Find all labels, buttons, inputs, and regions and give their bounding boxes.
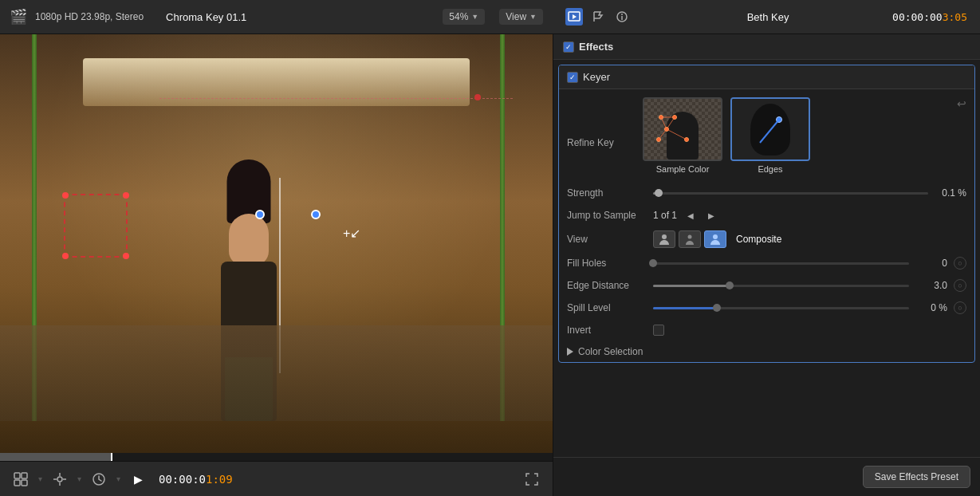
sample-color-thumb[interactable] bbox=[643, 97, 722, 161]
view-control[interactable]: View ▼ bbox=[499, 9, 543, 25]
view-composite-label: Composite bbox=[736, 234, 781, 245]
view-text: View bbox=[506, 11, 526, 22]
zoom-control[interactable]: 54% ▼ bbox=[443, 9, 485, 25]
strength-row: Strength 0.1 % bbox=[559, 182, 974, 204]
strength-value: 0.1 % bbox=[935, 187, 966, 199]
svg-point-20 bbox=[688, 235, 692, 239]
edge-distance-fill bbox=[653, 285, 730, 287]
sample-color-container: Sample Color bbox=[643, 97, 722, 174]
strength-slider-track[interactable] bbox=[653, 192, 928, 195]
spill-level-label: Spill Level bbox=[567, 302, 647, 313]
effects-title: Effects bbox=[579, 41, 613, 53]
fill-holes-track[interactable] bbox=[653, 262, 909, 265]
color-selection-label: Color Selection bbox=[578, 346, 643, 357]
view-composite-button[interactable] bbox=[704, 230, 726, 248]
video-area: +↙ bbox=[0, 34, 553, 453]
fullscreen-button[interactable] bbox=[521, 468, 543, 490]
keyer-section: Keyer Refine Key bbox=[558, 65, 975, 363]
sample-selection-box[interactable] bbox=[64, 194, 128, 258]
color-selection-row[interactable]: Color Selection bbox=[559, 341, 974, 362]
fill-holes-reset[interactable]: ○ bbox=[954, 257, 966, 270]
edge-distance-thumb[interactable] bbox=[726, 281, 734, 289]
refine-key-label: Refine Key bbox=[567, 97, 635, 148]
zoom-text: 54% bbox=[449, 11, 468, 22]
person-name: Beth Key bbox=[643, 11, 892, 23]
flag-inspector-icon[interactable] bbox=[589, 8, 607, 26]
svg-line-16 bbox=[659, 129, 667, 140]
keyer-checkbox[interactable] bbox=[567, 72, 578, 83]
edge-distance-track[interactable] bbox=[653, 285, 909, 287]
invert-label: Invert bbox=[567, 325, 647, 336]
layout-button[interactable] bbox=[10, 468, 32, 490]
timecode: 00:00:003:05 bbox=[892, 11, 980, 23]
clip-name: Chroma Key 01.1 bbox=[166, 11, 246, 23]
clip-icon: 🎬 bbox=[10, 8, 27, 26]
red-dot-top bbox=[474, 94, 481, 100]
strength-label: Strength bbox=[567, 187, 647, 199]
edge-dot-right[interactable] bbox=[311, 210, 321, 219]
sample-dot-tl bbox=[62, 192, 69, 199]
edge-distance-reset[interactable]: ○ bbox=[954, 279, 966, 292]
ceiling-strip bbox=[83, 58, 470, 106]
jump-value: 1 of 1 bbox=[653, 210, 677, 221]
svg-rect-3 bbox=[14, 473, 20, 478]
spill-level-fill bbox=[653, 307, 717, 309]
strength-slider-area bbox=[653, 192, 928, 195]
jump-prev-button[interactable]: ◀ bbox=[683, 208, 698, 222]
fill-holes-label: Fill Holes bbox=[567, 258, 647, 269]
fill-holes-thumb[interactable] bbox=[649, 259, 657, 267]
edge-distance-slider-area bbox=[653, 285, 909, 287]
top-bar: 🎬 1080p HD 23.98p, Stereo Chroma Key 01.… bbox=[0, 0, 980, 34]
sample-color-label: Sample Color bbox=[656, 164, 710, 174]
view-chevron-icon: ▼ bbox=[529, 13, 537, 21]
refine-key-row: Refine Key bbox=[559, 89, 974, 182]
edges-thumb[interactable] bbox=[730, 97, 810, 161]
inspector-icons bbox=[553, 8, 643, 26]
save-effects-preset-button[interactable]: Save Effects Preset bbox=[863, 466, 970, 488]
effects-header: Effects bbox=[553, 34, 980, 60]
strength-thumb[interactable] bbox=[655, 189, 663, 197]
sample-dot-tr bbox=[123, 192, 129, 199]
edge-dot-left[interactable] bbox=[255, 210, 265, 219]
edge-distance-row: Edge Distance 3.0 ○ bbox=[559, 274, 974, 297]
speed-button[interactable] bbox=[88, 468, 110, 490]
play-button[interactable]: ▶ bbox=[127, 468, 149, 490]
svg-point-21 bbox=[713, 234, 718, 239]
ctrl-divider1: ▾ bbox=[38, 474, 42, 483]
video-panel: +↙ ▾ bbox=[0, 34, 553, 496]
fill-holes-value: 0 bbox=[915, 258, 947, 269]
main-content: +↙ ▾ bbox=[0, 34, 980, 496]
spill-level-reset[interactable]: ○ bbox=[954, 301, 966, 314]
video-controls: ▾ ▾ ▾ ▶ 00 bbox=[0, 461, 553, 496]
svg-line-18 bbox=[760, 120, 779, 143]
effects-checkbox[interactable] bbox=[563, 41, 574, 53]
svg-line-17 bbox=[667, 129, 687, 140]
spill-level-row: Spill Level 0 % ○ bbox=[559, 297, 974, 319]
jump-next-button[interactable]: ▶ bbox=[704, 208, 718, 222]
fill-holes-row: Fill Holes 0 ○ bbox=[559, 252, 974, 274]
info-inspector-icon[interactable] bbox=[613, 8, 631, 26]
spill-level-track[interactable] bbox=[653, 307, 909, 309]
svg-rect-4 bbox=[22, 473, 27, 478]
view-icons bbox=[653, 230, 726, 248]
refine-key-thumbnails: Sample Color bbox=[643, 97, 949, 174]
view-original-button[interactable] bbox=[653, 230, 675, 248]
timeline-played bbox=[0, 453, 111, 461]
playhead[interactable] bbox=[111, 453, 112, 461]
edges-label: Edges bbox=[758, 164, 782, 174]
timeline-scrubber[interactable] bbox=[0, 453, 553, 461]
transform-button[interactable] bbox=[49, 468, 71, 490]
color-selection-triangle bbox=[567, 348, 573, 356]
floor bbox=[0, 325, 553, 421]
svg-point-19 bbox=[662, 234, 667, 239]
top-bar-right: Beth Key 00:00:003:05 bbox=[553, 8, 980, 26]
video-inspector-icon[interactable] bbox=[565, 8, 583, 26]
reset-icon[interactable]: ↩ bbox=[957, 97, 966, 110]
invert-checkbox[interactable] bbox=[653, 325, 664, 336]
view-matte-button[interactable] bbox=[679, 230, 701, 248]
jump-to-sample-row: Jump to Sample 1 of 1 ◀ ▶ bbox=[559, 204, 974, 226]
spill-level-thumb[interactable] bbox=[713, 304, 721, 312]
svg-point-7 bbox=[57, 477, 62, 482]
sample-dot-bl bbox=[62, 253, 69, 259]
timecode-display: 00:00:01:09 bbox=[159, 473, 233, 486]
